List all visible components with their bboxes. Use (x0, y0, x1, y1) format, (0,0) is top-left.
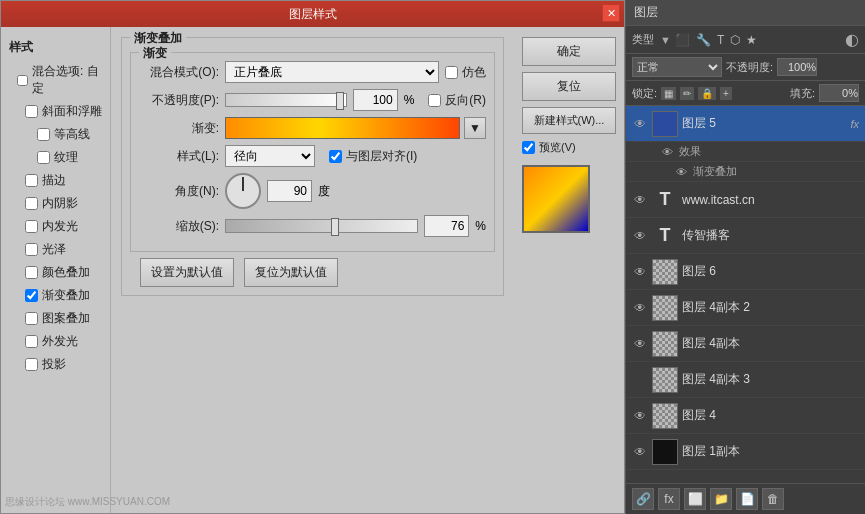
sidebar-item-outer-glow[interactable]: 外发光 (1, 330, 110, 353)
filter-pixel-icon[interactable]: ⬛ (675, 33, 690, 47)
new-style-button[interactable]: 新建样式(W)... (522, 107, 616, 134)
sidebar-item-inner-glow[interactable]: 内发光 (1, 215, 110, 238)
sidebar-item-contour[interactable]: 等高线 (1, 123, 110, 146)
layer-item-layer5[interactable]: 👁 图层 5 fx (626, 106, 865, 142)
new-group-btn[interactable]: 📁 (710, 488, 732, 510)
gradient-preview-bar[interactable] (225, 117, 460, 139)
opacity-label-layers: 不透明度: (726, 60, 773, 75)
add-style-btn[interactable]: fx (658, 488, 680, 510)
style-select[interactable]: 径向 线性 角度 (225, 145, 315, 167)
scale-unit: % (475, 219, 486, 233)
new-layer-btn[interactable]: 📄 (736, 488, 758, 510)
satin-checkbox[interactable] (25, 243, 38, 256)
layer6-eye-icon[interactable]: 👁 (632, 264, 648, 280)
contour-checkbox[interactable] (37, 128, 50, 141)
filter-smart-icon[interactable]: ★ (746, 33, 757, 47)
opacity-input[interactable] (353, 89, 398, 111)
color-overlay-checkbox[interactable] (25, 266, 38, 279)
scale-input[interactable] (424, 215, 469, 237)
drop-shadow-checkbox[interactable] (25, 358, 38, 371)
sidebar-item-stroke[interactable]: 描边 (1, 169, 110, 192)
link-layers-btn[interactable]: 🔗 (632, 488, 654, 510)
layer-item-layer4copy3[interactable]: 图层 4副本 3 (626, 362, 865, 398)
fill-input[interactable] (819, 84, 859, 102)
preview-label[interactable]: 预览(V) (522, 140, 616, 155)
layer-item-layer4copy[interactable]: 👁 图层 4副本 (626, 326, 865, 362)
layer4-eye-icon[interactable]: 👁 (632, 408, 648, 424)
filter-toggle[interactable]: ◐ (845, 30, 859, 49)
scale-slider-thumb[interactable] (331, 218, 339, 236)
reverse-label[interactable]: 反向(R) (428, 92, 486, 109)
close-button[interactable]: ✕ (602, 4, 620, 22)
layer-item-text1[interactable]: 👁 T www.itcast.cn (626, 182, 865, 218)
reset-button[interactable]: 复位 (522, 72, 616, 101)
opacity-input-layers[interactable] (777, 58, 817, 76)
set-default-button[interactable]: 设置为默认值 (140, 258, 234, 287)
sidebar-item-drop-shadow[interactable]: 投影 (1, 353, 110, 376)
sidebar-item-blending[interactable]: 混合选项: 自定 (1, 60, 110, 100)
layer-item-layer6[interactable]: 👁 图层 6 (626, 254, 865, 290)
dither-label[interactable]: 仿色 (445, 64, 486, 81)
text1-eye-icon[interactable]: 👁 (632, 192, 648, 208)
layer4copy-eye-icon[interactable]: 👁 (632, 336, 648, 352)
pattern-overlay-checkbox[interactable] (25, 312, 38, 325)
sidebar-item-bevel[interactable]: 斜面和浮雕 (1, 100, 110, 123)
eye-gradient-icon[interactable]: 👁 (676, 166, 687, 178)
layer4copy2-eye-icon[interactable]: 👁 (632, 300, 648, 316)
lock-paint-icon[interactable]: ✏ (680, 87, 694, 100)
gradient-effect-item[interactable]: 👁 渐变叠加 (626, 162, 865, 182)
sidebar-item-pattern-overlay[interactable]: 图案叠加 (1, 307, 110, 330)
lock-position-icon[interactable]: 🔒 (698, 87, 716, 100)
layer5-eye-icon[interactable]: 👁 (632, 116, 648, 132)
delete-layer-btn[interactable]: 🗑 (762, 488, 784, 510)
layer-item-text2[interactable]: 👁 T 传智播客 (626, 218, 865, 254)
reverse-text: 反向(R) (445, 92, 486, 109)
dither-checkbox[interactable] (445, 66, 458, 79)
sidebar-item-texture[interactable]: 纹理 (1, 146, 110, 169)
gradient-overlay-checkbox[interactable] (25, 289, 38, 302)
sidebar-item-satin[interactable]: 光泽 (1, 238, 110, 261)
texture-checkbox[interactable] (37, 151, 50, 164)
sidebar-label-stroke: 描边 (42, 172, 66, 189)
angle-input[interactable] (267, 180, 312, 202)
preview-checkbox[interactable] (522, 141, 535, 154)
filter-shape-icon[interactable]: ⬡ (730, 33, 740, 47)
blend-mode-select[interactable]: 正片叠底 正常 溶解 (225, 61, 439, 83)
filter-dropdown[interactable]: ▼ (660, 34, 671, 46)
opacity-slider[interactable] (225, 93, 347, 107)
align-label[interactable]: 与图层对齐(I) (329, 148, 417, 165)
outer-glow-checkbox[interactable] (25, 335, 38, 348)
opacity-slider-thumb[interactable] (336, 92, 344, 110)
layer-item-layer4copy2[interactable]: 👁 图层 4副本 2 (626, 290, 865, 326)
confirm-button[interactable]: 确定 (522, 37, 616, 66)
layer1copy-eye-icon[interactable]: 👁 (632, 444, 648, 460)
scale-slider[interactable] (225, 219, 418, 233)
layers-list: 👁 图层 5 fx 👁 效果 👁 渐变叠加 👁 T www.itcast.cn … (626, 106, 865, 483)
bevel-checkbox[interactable] (25, 105, 38, 118)
blending-checkbox[interactable] (17, 75, 28, 86)
inner-glow-checkbox[interactable] (25, 220, 38, 233)
lock-transparent-icon[interactable]: ▦ (661, 87, 676, 100)
blend-mode-layers-select[interactable]: 正常 (632, 57, 722, 77)
sidebar-item-color-overlay[interactable]: 颜色叠加 (1, 261, 110, 284)
angle-dial[interactable] (225, 173, 261, 209)
align-checkbox[interactable] (329, 150, 342, 163)
stroke-checkbox[interactable] (25, 174, 38, 187)
eye-effect-icon[interactable]: 👁 (662, 146, 673, 158)
filter-text-icon[interactable]: T (717, 33, 724, 47)
text2-eye-icon[interactable]: 👁 (632, 228, 648, 244)
layer-item-layer1copy[interactable]: 👁 图层 1副本 (626, 434, 865, 470)
sidebar-item-inner-shadow[interactable]: 内阴影 (1, 192, 110, 215)
sidebar-item-gradient-overlay[interactable]: 渐变叠加 (1, 284, 110, 307)
inner-shadow-checkbox[interactable] (25, 197, 38, 210)
layer4copy3-eye-icon[interactable] (632, 372, 648, 388)
reverse-checkbox[interactable] (428, 94, 441, 107)
gradient-dropdown-btn[interactable]: ▼ (464, 117, 486, 139)
layers-filter-bar: 类型 ▼ ⬛ 🔧 T ⬡ ★ ◐ (626, 26, 865, 54)
filter-adjust-icon[interactable]: 🔧 (696, 33, 711, 47)
add-mask-btn[interactable]: ⬜ (684, 488, 706, 510)
reset-default-button[interactable]: 复位为默认值 (244, 258, 338, 287)
effects-group-item[interactable]: 👁 效果 (626, 142, 865, 162)
layer-item-layer4[interactable]: 👁 图层 4 (626, 398, 865, 434)
lock-all-icon[interactable]: + (720, 87, 732, 100)
